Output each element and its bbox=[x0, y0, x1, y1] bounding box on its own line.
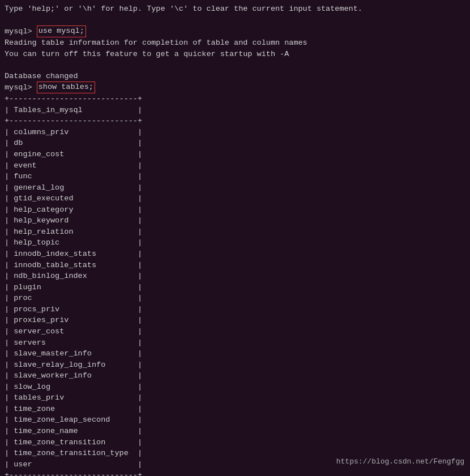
table-row: | help_relation | bbox=[5, 226, 465, 238]
table-row: | help_category | bbox=[5, 204, 465, 216]
table-row: | servers | bbox=[5, 337, 465, 349]
table-row: | innodb_table_stats | bbox=[5, 260, 465, 271]
reading-line-1: Reading table information for completion… bbox=[5, 37, 465, 49]
watermark: https://blog.csdn.net/Fengfgg bbox=[336, 457, 464, 466]
command-2: show tables; bbox=[37, 82, 95, 93]
table-row: | time_zone_name | bbox=[5, 426, 465, 437]
blank2 bbox=[5, 59, 465, 71]
table-divider-bottom: +----------------------------+ bbox=[5, 470, 465, 476]
blank1 bbox=[5, 15, 465, 26]
intro-line: Type 'help;' or '\h' for help. Type '\c'… bbox=[5, 3, 465, 15]
table-row: | db | bbox=[5, 138, 465, 149]
command-line-2: mysql> show tables; bbox=[5, 82, 465, 93]
table-row: | slow_log | bbox=[5, 381, 465, 393]
table-rows-container: | columns_priv || db || engine_cost || e… bbox=[5, 127, 465, 470]
table-row: | gtid_executed | bbox=[5, 193, 465, 204]
table-row: | help_topic | bbox=[5, 237, 465, 248]
table-row: | proc | bbox=[5, 293, 465, 304]
table-row: | time_zone_transition | bbox=[5, 437, 465, 448]
command-1: use mysql; bbox=[37, 25, 86, 37]
table-row: | engine_cost | bbox=[5, 149, 465, 160]
prompt-2: mysql> bbox=[5, 82, 37, 93]
table-row: | general_log | bbox=[5, 182, 465, 194]
table-divider-top: +----------------------------+ bbox=[5, 93, 465, 105]
table-row: | plugin | bbox=[5, 282, 465, 293]
command-line-1: mysql> use mysql; bbox=[5, 25, 465, 37]
table-row: | procs_priv | bbox=[5, 304, 465, 315]
table-row: | slave_master_info | bbox=[5, 348, 465, 359]
terminal: Type 'help;' or '\h' for help. Type '\c'… bbox=[0, 0, 470, 476]
table-row: | time_zone | bbox=[5, 404, 465, 415]
table-row: | columns_priv | bbox=[5, 127, 465, 138]
table-row: | time_zone_leap_second | bbox=[5, 414, 465, 426]
table-row: | slave_worker_info | bbox=[5, 370, 465, 381]
table-row: | proxies_priv | bbox=[5, 315, 465, 326]
table-row: | ndb_binlog_index | bbox=[5, 271, 465, 282]
table-row: | slave_relay_log_info | bbox=[5, 359, 465, 371]
table-row: | help_keyword | bbox=[5, 215, 465, 226]
table-header: | Tables_in_mysql | bbox=[5, 105, 465, 116]
prompt-1: mysql> bbox=[5, 26, 37, 37]
table-row: | event | bbox=[5, 160, 465, 171]
db-changed: Database changed bbox=[5, 71, 465, 82]
table-row: | innodb_index_stats | bbox=[5, 248, 465, 260]
table-row: | func | bbox=[5, 171, 465, 182]
table-divider-header: +----------------------------+ bbox=[5, 115, 465, 127]
table-row: | tables_priv | bbox=[5, 392, 465, 404]
table-row: | server_cost | bbox=[5, 326, 465, 337]
reading-line-2: You can turn off this feature to get a q… bbox=[5, 49, 465, 60]
